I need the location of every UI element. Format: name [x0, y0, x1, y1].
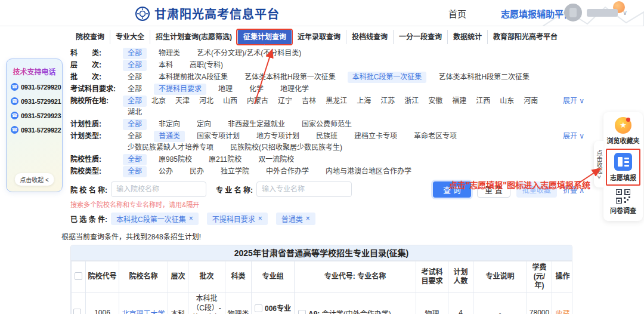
filter-option[interactable]: 非定向 — [154, 119, 185, 130]
filter-option[interactable]: 独立学院 — [216, 166, 254, 177]
nav-tab[interactable]: 招生计划查询(志愿筛选) — [150, 30, 237, 44]
filter-option[interactable]: 艺术(不分文理)/艺术(不分科目类) — [192, 48, 306, 59]
group-checkbox[interactable] — [255, 304, 262, 312]
filter-option[interactable]: 物理类 — [154, 48, 185, 59]
filter-option[interactable]: 公办 — [154, 166, 178, 177]
user-account[interactable]: ∨ — [564, 4, 627, 21]
filter-option[interactable]: 黑龙江 — [321, 96, 352, 107]
filter-option[interactable]: 不提科目要求 — [154, 84, 206, 95]
filter-option[interactable]: 浙江 — [400, 96, 423, 107]
reset-button[interactable]: 重 置 — [477, 181, 510, 198]
filter-option[interactable]: 民族院校(只招收聚居少数民族考生) — [225, 142, 347, 153]
remove-tag-icon[interactable]: × — [258, 214, 262, 223]
filter-option[interactable]: 国家专项计划 — [192, 131, 244, 142]
filter-option[interactable]: 高职(专科) — [185, 60, 228, 71]
filter-option[interactable]: 上海 — [352, 96, 376, 107]
badge-dot — [626, 118, 630, 122]
filter-option[interactable]: 地理化学 — [275, 84, 314, 95]
filter-option[interactable]: 安徽 — [423, 96, 447, 107]
nav-tab[interactable]: 院校查询 — [70, 30, 110, 44]
filter-option[interactable]: 艺体类本科批H段第二次征集 — [434, 72, 534, 83]
school-name-input[interactable] — [111, 181, 206, 197]
major-name-input[interactable] — [256, 181, 352, 197]
avatar[interactable] — [564, 4, 582, 21]
filter-option[interactable]: 全部 — [123, 84, 147, 95]
filter-option[interactable]: 化学 — [244, 84, 268, 95]
filter-option[interactable]: 全部 — [123, 119, 147, 130]
remove-tag-icon[interactable]: × — [189, 214, 193, 223]
filter-option[interactable]: 山东 — [495, 96, 519, 107]
filter-option[interactable]: 湖北 — [123, 107, 147, 118]
filter-option[interactable]: 国家公费师范生 — [297, 119, 357, 130]
filter-option[interactable]: 地方专项计划 — [252, 131, 304, 142]
filter-option[interactable]: 内蒙古 — [242, 96, 273, 107]
filter-option[interactable]: 吉林 — [297, 96, 321, 107]
nav-tab[interactable]: 投档线查询 — [346, 30, 393, 44]
remove-tag-icon[interactable]: × — [306, 214, 310, 223]
filter-option[interactable]: 少数民族紧缺人才培养专项 — [123, 142, 218, 153]
filter-option[interactable]: 全部 — [123, 131, 147, 142]
filter-options: 全部不提科目要求地理化学地理化学 — [123, 84, 584, 95]
filter-option[interactable]: 天津 — [171, 96, 194, 107]
filter-option[interactable]: 河南 — [519, 96, 543, 107]
selected-filter-tag[interactable]: 本科批C段第一次征集 × — [111, 213, 199, 225]
filter-option[interactable]: 辽宁 — [273, 96, 297, 107]
nav-tab[interactable]: 数据统计 — [447, 30, 487, 44]
nav-tab[interactable]: 教育部阳光高考平台 — [487, 30, 563, 44]
filter-option[interactable]: 双一流院校 — [253, 154, 299, 165]
filter-option[interactable]: 全部 — [123, 96, 147, 107]
major-checkbox[interactable] — [298, 310, 306, 314]
school-name-link[interactable]: 北京理工大学 — [122, 310, 165, 314]
row-checkbox[interactable] — [73, 309, 81, 314]
filter-option[interactable]: 江西 — [471, 96, 495, 107]
survey-item[interactable]: 问卷调查 — [610, 189, 636, 215]
filter-option[interactable]: 全部 — [123, 154, 147, 165]
filter-option[interactable]: 全部 — [123, 166, 147, 177]
filter-option[interactable]: 本科 — [154, 60, 178, 71]
filter-option[interactable]: 民办 — [185, 166, 209, 177]
filter-option[interactable]: 全部 — [123, 48, 147, 59]
expand-link[interactable]: 展开 ∨ — [563, 96, 584, 107]
filter-option[interactable]: 北京 — [147, 96, 171, 107]
filter-option[interactable]: 民族班 — [311, 131, 342, 142]
filter-option[interactable]: 建档立卡专项 — [349, 131, 402, 142]
filter-option[interactable]: 中外合作办学 — [261, 166, 314, 177]
filter-option[interactable]: 革命老区专项 — [409, 131, 462, 142]
filter-option[interactable]: 山西 — [218, 96, 242, 107]
filter-option[interactable]: 地理 — [213, 84, 237, 95]
batch-favorite-button[interactable]: 批量收藏 — [516, 181, 557, 198]
selected-filter-tag[interactable]: 普通类 × — [276, 213, 315, 225]
favorite-link[interactable]: 收藏 — [555, 310, 569, 314]
filter-option[interactable]: 江苏 — [376, 96, 400, 107]
select-all-checkbox[interactable] — [75, 272, 82, 280]
collapse-right-panel-tab[interactable]: 点击收起 > — [594, 141, 603, 187]
expand-link[interactable]: 展开 ∨ — [563, 131, 584, 142]
filter-option[interactable]: 本科批C段第一次征集 — [348, 72, 427, 83]
filter-option[interactable]: 普通类 — [154, 131, 185, 142]
selected-filter-tag[interactable]: 不提科目要求 × — [207, 213, 268, 225]
nav-tab[interactable]: 一分一段查询 — [393, 30, 447, 44]
filter-option[interactable]: 本科提前批次A段征集 — [154, 72, 233, 83]
query-button[interactable]: 查 询 — [433, 181, 471, 198]
nav-assist-platform-link[interactable]: 志愿填报辅助平台 — [501, 7, 572, 20]
filter-option[interactable]: 内地与港澳台地区合作办学 — [321, 166, 416, 177]
filter-option[interactable]: 原985院校 — [154, 154, 197, 165]
fold-link[interactable]: 折叠 ∧ — [563, 184, 584, 195]
filter-option[interactable]: 定向 — [192, 119, 216, 130]
filter-option[interactable]: 非西藏生定藏就业 — [223, 119, 290, 130]
volunteer-fill-item[interactable]: 志愿填报 — [606, 149, 640, 186]
filter-option[interactable]: 全部 — [123, 72, 147, 83]
collapse-left-panel-button[interactable]: 点击收起 < — [14, 173, 54, 186]
nav-tab[interactable]: 征集计划查询 — [237, 30, 292, 44]
filter-option[interactable]: 福建 — [447, 96, 471, 107]
chevron-down-icon[interactable]: ∨ — [623, 9, 627, 17]
nav-home-link[interactable]: 首页 — [448, 7, 466, 20]
nav-tab[interactable]: 专业大全 — [110, 30, 150, 44]
filter-option[interactable]: 原211院校 — [204, 154, 246, 165]
filter-label: 计划类型: — [70, 131, 123, 142]
filter-option[interactable]: 全部 — [123, 60, 147, 71]
filter-option[interactable]: 河北 — [194, 96, 218, 107]
nav-tab[interactable]: 近年录取查询 — [292, 30, 346, 44]
browse-favorites-item[interactable]: ★ 浏览收藏夹 — [607, 117, 640, 145]
filter-option[interactable]: 艺体类本科批H段第一次征集 — [240, 72, 340, 83]
